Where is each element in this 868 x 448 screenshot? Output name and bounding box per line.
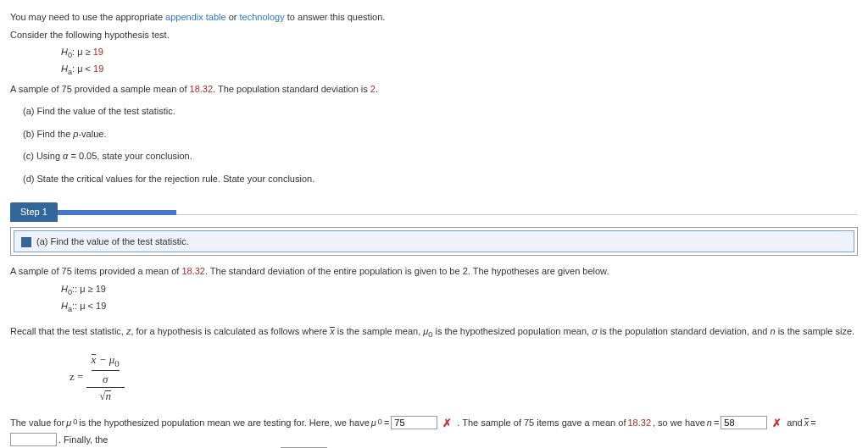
h0-val: 19 [93, 47, 103, 57]
sig: σ [103, 373, 108, 385]
t: is the population standard deviation, an… [598, 326, 771, 336]
t: = [384, 416, 389, 430]
txt: to answer this question. [285, 12, 386, 22]
z-eq: z = [70, 370, 86, 383]
technology-link[interactable]: technology [240, 12, 285, 22]
t: . Finally, the [58, 433, 108, 447]
question-c: (c) Using α = 0.05, state your conclusio… [23, 149, 858, 163]
final-line-1: The value for μ0 is the hypothesized pop… [10, 415, 858, 447]
step-header-text: (a) Find the value of the test statistic… [36, 236, 189, 246]
t: . The standard deviation of the entire p… [205, 266, 609, 276]
step-bar: Step 1 [10, 202, 858, 222]
s: 0 [114, 357, 119, 368]
t: is the sample size. [776, 326, 855, 336]
hypothesis-h0: H0: μ ≥ 19 [61, 45, 858, 62]
txt: or [226, 12, 240, 22]
step-p1: A sample of 75 items provided a mean of … [10, 264, 858, 279]
step-marker-icon [21, 237, 31, 247]
t: A sample of 75 provided a sample mean of [10, 84, 190, 94]
t: (b) Find the [23, 129, 73, 139]
formula: z = x − μ0 σ √n [70, 351, 858, 405]
t: : μ ≥ [75, 284, 96, 294]
wrong-icon: ✗ [772, 415, 782, 432]
t: 19 [96, 284, 106, 294]
t: . [376, 84, 378, 94]
t: The value for [10, 416, 64, 430]
n: n [707, 416, 712, 430]
step-track [176, 210, 858, 215]
question-b: (b) Find the p-value. [23, 127, 858, 141]
mean-val: 18.32 [190, 84, 214, 94]
hypothesis-ha: Ha: μ < 19 [61, 62, 858, 79]
t: = [810, 416, 815, 430]
ha-sym: : μ < [72, 64, 93, 74]
step-hyp-h0: H0:: μ ≥ 19 [61, 282, 858, 299]
input-n[interactable] [721, 416, 767, 429]
intro-line-2: Consider the following hypothesis test. [10, 28, 858, 42]
step-hyp-ha: Ha:: μ < 19 [61, 299, 858, 316]
t: , for a hypothesis is calculated as foll… [131, 326, 330, 336]
t: = [714, 416, 719, 430]
step-progress [58, 210, 176, 215]
txt: You may need to use the appropriate [10, 12, 165, 22]
ha-val: 19 [93, 64, 103, 74]
sig: σ [592, 326, 598, 336]
v: 18.32 [627, 416, 651, 430]
t: H [61, 301, 68, 311]
h0-sym: : μ ≥ [72, 47, 93, 57]
sample-line: A sample of 75 provided a sample mean of… [10, 82, 858, 97]
t: . The sample of 75 items gave a mean of [457, 416, 626, 430]
t: , so we have [653, 416, 705, 430]
step-content: (a) Find the value of the test statistic… [10, 227, 858, 257]
mu: μ [66, 416, 71, 430]
t: 19 [96, 301, 106, 311]
s: 0 [73, 417, 77, 429]
sqrt: √ [99, 390, 105, 402]
xbar: x [804, 418, 810, 428]
num: x − μ0 σ [92, 351, 120, 387]
s: 0 [378, 417, 382, 429]
t: and [787, 416, 802, 430]
t: = 0.05, state your conclusion. [68, 151, 192, 161]
t: is the hypothesized population mean we a… [79, 416, 369, 430]
t: a [68, 305, 72, 313]
t: -value. [78, 129, 106, 139]
input-xbar[interactable] [10, 433, 57, 446]
t: . The population standard deviation is [213, 84, 370, 94]
t: : μ < [75, 301, 96, 311]
step-header: (a) Find the value of the test statistic… [14, 230, 854, 253]
t: H [61, 284, 68, 294]
step-tab[interactable]: Step 1 [10, 202, 58, 222]
n: n [105, 390, 111, 401]
t: (c) Using [23, 151, 63, 161]
t: A sample of 75 items provided a mean of [10, 266, 181, 276]
t: Recall that the test statistic, [10, 326, 126, 336]
question-d: (d) State the critical values for the re… [23, 172, 858, 186]
step-p2: Recall that the test statistic, z, for a… [10, 324, 858, 341]
question-a: (a) Find the value of the test statistic… [23, 104, 858, 119]
t: is the hypothesized population mean, [432, 326, 592, 336]
t: is the sample mean, [335, 326, 424, 336]
input-mu0[interactable] [391, 416, 437, 429]
m: − μ [96, 353, 114, 366]
intro-line-1: You may need to use the appropriate appe… [10, 10, 858, 25]
wrong-icon: ✗ [442, 415, 452, 432]
appendix-table-link[interactable]: appendix table [165, 12, 226, 22]
mu: μ [371, 416, 376, 430]
t: 0 [68, 288, 72, 296]
v: 18.32 [181, 266, 205, 276]
ha-h: H [61, 64, 68, 74]
h0-h: H [61, 47, 68, 57]
